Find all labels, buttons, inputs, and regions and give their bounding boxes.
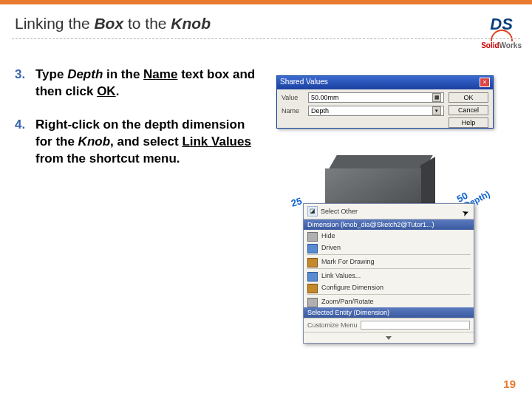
header-divider bbox=[12, 38, 520, 39]
ctx-link-values[interactable]: Link Values... bbox=[304, 270, 474, 282]
title-text: Linking the bbox=[15, 15, 94, 32]
ctx-hide[interactable]: Hide bbox=[304, 230, 474, 242]
slide-header: Linking the Box to the Knob DS SolidWork… bbox=[0, 4, 532, 47]
title-box: Box bbox=[94, 15, 123, 32]
box-face-top bbox=[328, 155, 433, 170]
context-selected-header: Selected Entity (Dimension) bbox=[304, 307, 474, 318]
select-other-label[interactable]: Select Other bbox=[321, 208, 470, 215]
chevron-down-icon[interactable]: ▾ bbox=[432, 106, 441, 115]
page-title: Linking the Box to the Knob bbox=[15, 15, 517, 33]
context-footer: Customize Menu bbox=[304, 318, 474, 332]
ctx-zoom-pan[interactable]: Zoom/Pan/Rotate bbox=[304, 296, 474, 307]
expand-chevron[interactable] bbox=[304, 332, 474, 343]
footer-field bbox=[361, 321, 470, 330]
step-3: 3. Type Depth in the Name text box and t… bbox=[15, 66, 262, 100]
name-label: Name bbox=[282, 107, 304, 115]
step-number: 3. bbox=[15, 66, 35, 100]
spinner-icon[interactable]: ▦ bbox=[432, 93, 441, 102]
context-menu: ◪ Select Other Dimension (knob_dia@Sketc… bbox=[303, 203, 474, 344]
page-number: 19 bbox=[503, 378, 516, 390]
separator bbox=[307, 294, 471, 295]
step-text: Right-click on the depth dimension for t… bbox=[35, 117, 262, 168]
context-header: Dimension (knob_dia@Sketch2@Tutor1...) bbox=[304, 219, 474, 230]
select-other-icon[interactable]: ◪ bbox=[307, 206, 318, 216]
ctx-mark-drawing[interactable]: Mark For Drawing bbox=[304, 256, 474, 267]
brand-logo: DS SolidWorks bbox=[481, 15, 522, 50]
logo-brand-text: SolidWorks bbox=[481, 41, 522, 50]
step-text: Type Depth in the Name text box and then… bbox=[35, 66, 262, 100]
step-number: 4. bbox=[15, 117, 35, 168]
cancel-button[interactable]: Cancel bbox=[449, 105, 488, 115]
context-top-row: ◪ Select Other bbox=[304, 204, 474, 219]
dialog-title: Shared Values bbox=[280, 78, 328, 88]
shared-values-dialog: Shared Values × Value 50.00mm ▦ Name Dep… bbox=[276, 75, 494, 129]
ctx-driven[interactable]: Driven bbox=[304, 242, 474, 253]
title-knob: Knob bbox=[171, 15, 211, 32]
separator bbox=[307, 254, 471, 255]
separator bbox=[307, 268, 471, 269]
chevron-down-icon bbox=[386, 336, 392, 340]
dialog-body: Value 50.00mm ▦ Name Depth ▾ OK Cancel H… bbox=[277, 89, 493, 131]
name-field[interactable]: Depth ▾ bbox=[308, 106, 444, 116]
dimension-25[interactable]: 25 bbox=[290, 195, 303, 208]
ds-logo-icon: DS bbox=[481, 15, 522, 34]
close-icon[interactable]: × bbox=[480, 78, 490, 87]
step-4: 4. Right-click on the depth dimension fo… bbox=[15, 117, 262, 168]
help-button[interactable]: Help bbox=[449, 117, 488, 128]
ctx-configure-dim[interactable]: Configure Dimension bbox=[304, 282, 474, 293]
instructions: 3. Type Depth in the Name text box and t… bbox=[15, 66, 262, 184]
ok-button[interactable]: OK bbox=[449, 92, 488, 103]
model-viewport: 25 50 (Depth) ◪ Select Other Dimension (… bbox=[276, 148, 494, 369]
dialog-titlebar: Shared Values × bbox=[277, 76, 493, 89]
title-mid: to the bbox=[123, 15, 171, 32]
value-label: Value bbox=[282, 94, 304, 101]
value-field[interactable]: 50.00mm ▦ bbox=[308, 92, 444, 103]
customize-label[interactable]: Customize Menu bbox=[307, 321, 358, 329]
